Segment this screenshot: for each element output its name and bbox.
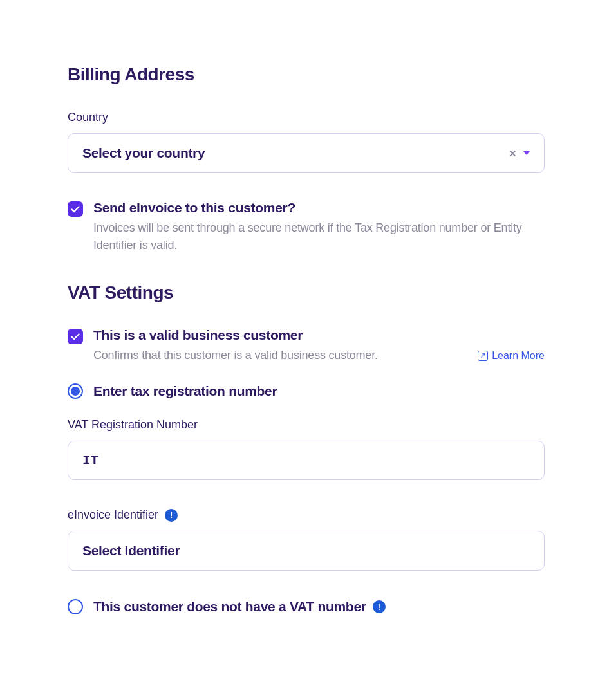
vat-reg-label: VAT Registration Number xyxy=(68,418,545,432)
einvoice-id-select[interactable]: Select Identifier xyxy=(68,531,545,571)
valid-biz-desc-row: Confirms that this customer is a valid b… xyxy=(93,347,545,364)
info-icon[interactable]: ! xyxy=(165,509,178,522)
no-vat-label-text: This customer does not have a VAT number xyxy=(93,599,366,614)
country-select[interactable]: Select your country ✕ xyxy=(68,133,545,173)
vat-reg-input[interactable] xyxy=(68,441,545,480)
einvoice-id-label-text: eInvoice Identifier xyxy=(68,508,158,522)
chevron-down-icon[interactable] xyxy=(523,151,530,155)
enter-tax-radio-row: Enter tax registration number xyxy=(68,383,545,399)
einvoice-checkbox[interactable] xyxy=(68,201,83,217)
country-select-wrap: Select your country ✕ xyxy=(68,133,545,173)
info-icon[interactable]: ! xyxy=(373,600,386,613)
einvoice-desc: Invoices will be sent through a secure n… xyxy=(93,219,545,254)
valid-biz-label: This is a valid business customer xyxy=(93,327,545,343)
no-vat-radio[interactable] xyxy=(68,599,83,614)
learn-more-link[interactable]: Learn More xyxy=(478,350,545,362)
billing-heading: Billing Address xyxy=(68,64,545,85)
einvoice-content: Send eInvoice to this customer? Invoices… xyxy=(93,200,545,254)
no-vat-radio-row: This customer does not have a VAT number… xyxy=(68,599,545,614)
country-label: Country xyxy=(68,111,545,124)
valid-biz-content: This is a valid business customer Confir… xyxy=(93,327,545,364)
no-vat-label: This customer does not have a VAT number… xyxy=(93,599,386,614)
external-link-icon xyxy=(478,351,488,361)
einvoice-id-select-value: Select Identifier xyxy=(82,543,180,558)
enter-tax-label: Enter tax registration number xyxy=(93,383,277,399)
country-select-value: Select your country xyxy=(82,145,205,161)
clear-icon[interactable]: ✕ xyxy=(509,149,517,158)
vat-heading: VAT Settings xyxy=(68,282,545,303)
einvoice-id-label: eInvoice Identifier ! xyxy=(68,508,545,522)
einvoice-checkbox-row: Send eInvoice to this customer? Invoices… xyxy=(68,200,545,254)
einvoice-label: Send eInvoice to this customer? xyxy=(93,200,545,216)
check-icon xyxy=(71,206,80,213)
check-icon xyxy=(71,333,80,340)
valid-biz-checkbox[interactable] xyxy=(68,329,83,344)
valid-biz-row: This is a valid business customer Confir… xyxy=(68,327,545,364)
learn-more-text: Learn More xyxy=(492,350,545,362)
enter-tax-radio[interactable] xyxy=(68,383,83,399)
valid-biz-desc: Confirms that this customer is a valid b… xyxy=(93,347,378,364)
country-select-icons: ✕ xyxy=(509,149,530,158)
